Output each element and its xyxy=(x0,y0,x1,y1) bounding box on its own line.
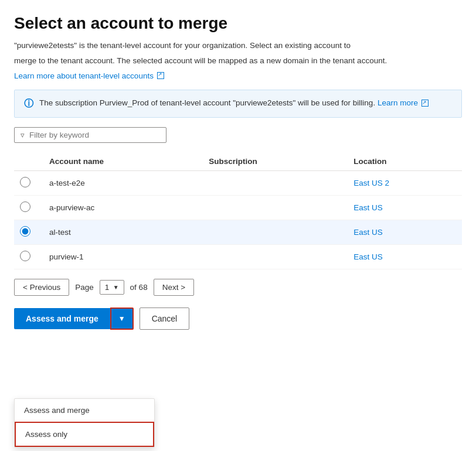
info-icon: ⓘ xyxy=(24,98,33,110)
action-row: Assess and merge ▼ Cancel xyxy=(14,308,462,330)
cancel-button[interactable]: Cancel xyxy=(140,308,190,330)
page-label-text: Page xyxy=(75,283,94,292)
subscription-cell xyxy=(203,220,348,244)
subscription-cell xyxy=(203,244,348,269)
learn-link-tenant[interactable]: Learn more about tenant-level accounts xyxy=(14,71,164,80)
info-text: The subscription Purview_Prod of tenant-… xyxy=(39,97,429,109)
filter-row: ▿ xyxy=(14,127,462,143)
col-account-name: Account name xyxy=(43,152,203,171)
account-name-cell: a-purview-ac xyxy=(43,195,203,220)
subscription-cell xyxy=(203,195,348,220)
external-link-icon xyxy=(157,72,164,79)
filter-input[interactable] xyxy=(29,131,160,139)
location-cell: East US xyxy=(348,220,462,244)
dropdown-item-assess-only[interactable]: Assess only xyxy=(15,422,154,447)
account-radio-a-test-e2e[interactable] xyxy=(20,177,30,187)
learn-more-billing-link[interactable]: Learn more xyxy=(378,97,429,109)
page-select-wrap[interactable]: 1 ▼ xyxy=(100,280,124,295)
filter-input-wrap: ▿ xyxy=(14,127,166,143)
dropdown-item-assess-merge[interactable]: Assess and merge xyxy=(15,399,154,422)
pagination-row: < Previous Page 1 ▼ of 68 Next > xyxy=(14,279,462,296)
subscription-cell xyxy=(203,170,348,195)
external-link-icon-2 xyxy=(421,100,429,107)
location-cell: East US 2 xyxy=(348,170,462,195)
col-location: Location xyxy=(348,152,462,171)
location-cell: East US xyxy=(348,195,462,220)
description-line2: merge to the tenant account. The selecte… xyxy=(14,55,462,67)
chevron-down-icon: ▼ xyxy=(113,284,119,291)
description-line1: "purviewe2etests" is the tenant-level ac… xyxy=(14,40,462,52)
accounts-table: Account name Subscription Location a-tes… xyxy=(14,152,462,269)
table-header-row: Account name Subscription Location xyxy=(14,152,462,171)
account-radio-al-test[interactable] xyxy=(20,226,30,237)
table-row[interactable]: a-purview-acEast US xyxy=(14,195,462,220)
info-box: ⓘ The subscription Purview_Prod of tenan… xyxy=(14,90,462,118)
of-label: of 68 xyxy=(130,283,148,292)
table-row[interactable]: a-test-e2eEast US 2 xyxy=(14,170,462,195)
next-button[interactable]: Next > xyxy=(154,279,194,296)
table-row[interactable]: purview-1East US xyxy=(14,244,462,269)
account-name-cell: a-test-e2e xyxy=(43,170,203,195)
page-title: Select an account to merge xyxy=(14,14,462,33)
location-cell: East US xyxy=(348,244,462,269)
col-subscription: Subscription xyxy=(203,152,348,171)
table-row[interactable]: al-testEast US xyxy=(14,220,462,244)
account-radio-purview-1[interactable] xyxy=(20,251,30,261)
filter-icon: ▿ xyxy=(21,131,25,139)
page-select[interactable]: 1 xyxy=(105,283,110,292)
account-name-cell: purview-1 xyxy=(43,244,203,269)
dropdown-menu: Assess and merge Assess only xyxy=(14,398,155,447)
col-radio xyxy=(14,152,43,171)
account-radio-a-purview-ac[interactable] xyxy=(20,201,30,212)
dropdown-toggle-button[interactable]: ▼ xyxy=(110,308,134,330)
assess-merge-button[interactable]: Assess and merge xyxy=(14,308,110,329)
prev-button[interactable]: < Previous xyxy=(14,279,69,296)
account-name-cell: al-test xyxy=(43,220,203,244)
